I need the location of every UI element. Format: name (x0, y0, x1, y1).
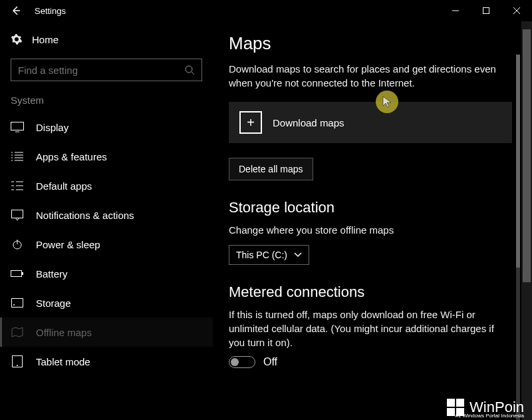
plus-icon: + (239, 111, 262, 134)
download-maps-label: Download maps (273, 117, 344, 128)
home-nav[interactable]: Home (0, 27, 213, 52)
chevron-down-icon (294, 252, 302, 258)
maximize-icon (483, 7, 489, 14)
minimize-button[interactable] (440, 0, 471, 21)
storage-location-value: This PC (C:) (236, 250, 287, 260)
watermark-tagline: #1 Windows Portal Indonesia (455, 413, 524, 419)
cursor-highlight (376, 91, 398, 113)
back-button[interactable] (0, 0, 32, 21)
close-button[interactable] (501, 0, 532, 21)
main-content: Maps Download maps to search for places … (213, 21, 532, 420)
battery-icon (11, 270, 24, 278)
sidebar-item-label: Apps & features (36, 151, 107, 162)
svg-rect-7 (12, 299, 23, 308)
maps-description: Download maps to search for places and g… (229, 62, 512, 90)
storage-location-select[interactable]: This PC (C:) (229, 245, 309, 265)
category-label: System (0, 91, 213, 112)
titlebar: Settings (0, 0, 532, 21)
sidebar-item-default-apps[interactable]: Default apps (0, 171, 213, 200)
window-scrollbar[interactable] (521, 21, 532, 420)
delete-all-maps-button[interactable]: Delete all maps (229, 158, 313, 180)
svg-point-8 (13, 304, 15, 306)
storage-heading: Storage location (229, 199, 512, 216)
svg-rect-3 (12, 210, 23, 218)
content-scrollbar[interactable] (516, 55, 520, 420)
watermark: WinPoin #1 Windows Portal Indonesia (447, 399, 524, 416)
map-icon (11, 327, 23, 337)
maximize-button[interactable] (471, 0, 501, 21)
cursor-icon (382, 96, 392, 108)
sidebar-item-apps[interactable]: Apps & features (0, 142, 213, 171)
search-icon (184, 65, 195, 75)
sidebar-item-label: Power & sleep (36, 239, 100, 250)
sidebar-item-label: Tablet mode (36, 356, 90, 367)
defaults-icon (11, 181, 23, 190)
sidebar-item-battery[interactable]: Battery (0, 259, 213, 288)
back-arrow-icon (11, 5, 21, 16)
svg-point-10 (17, 365, 18, 366)
svg-rect-0 (483, 8, 489, 14)
metered-description: If this is turned off, maps only downloa… (229, 308, 512, 349)
sidebar-item-label: Default apps (36, 180, 92, 192)
sidebar-item-label: Battery (36, 268, 68, 280)
sidebar-item-storage[interactable]: Storage (0, 288, 213, 317)
window-title: Settings (32, 6, 66, 16)
download-maps-tile[interactable]: + Download maps (229, 102, 512, 143)
metered-heading: Metered connections (229, 284, 512, 301)
tablet-icon (12, 355, 23, 367)
sidebar-item-display[interactable]: Display (0, 112, 213, 142)
close-icon (513, 7, 520, 14)
sidebar-item-offline-maps[interactable]: Offline maps (0, 317, 213, 347)
notification-icon (11, 210, 23, 220)
svg-rect-5 (11, 271, 22, 277)
sidebar-item-power[interactable]: Power & sleep (0, 230, 213, 259)
sidebar-item-notifications[interactable]: Notifications & actions (0, 200, 213, 230)
metered-toggle[interactable] (229, 356, 255, 368)
window-controls (440, 0, 532, 21)
sidebar-item-label: Notifications & actions (36, 210, 134, 221)
sidebar-item-label: Storage (36, 298, 71, 309)
sidebar-item-label: Offline maps (36, 327, 92, 338)
home-label: Home (32, 34, 59, 45)
search-input[interactable] (11, 59, 202, 81)
list-icon (11, 152, 23, 161)
svg-rect-6 (22, 272, 23, 275)
scrollbar-thumb[interactable] (516, 55, 520, 268)
sidebar-item-label: Display (36, 122, 68, 133)
display-icon (11, 122, 24, 132)
sidebar: Home System Display Apps & features Defa… (0, 21, 213, 420)
metered-toggle-label: Off (263, 356, 277, 368)
storage-description: Change where you store offline maps (229, 223, 512, 237)
power-icon (12, 239, 23, 250)
scrollbar-thumb[interactable] (523, 29, 531, 282)
search-field[interactable] (18, 65, 184, 76)
gear-icon (11, 33, 23, 45)
svg-rect-2 (11, 122, 24, 130)
sidebar-item-tablet[interactable]: Tablet mode (0, 347, 213, 376)
svg-point-1 (186, 66, 192, 73)
minimize-icon (452, 7, 459, 14)
page-title: Maps (229, 33, 512, 54)
storage-icon (11, 298, 23, 308)
